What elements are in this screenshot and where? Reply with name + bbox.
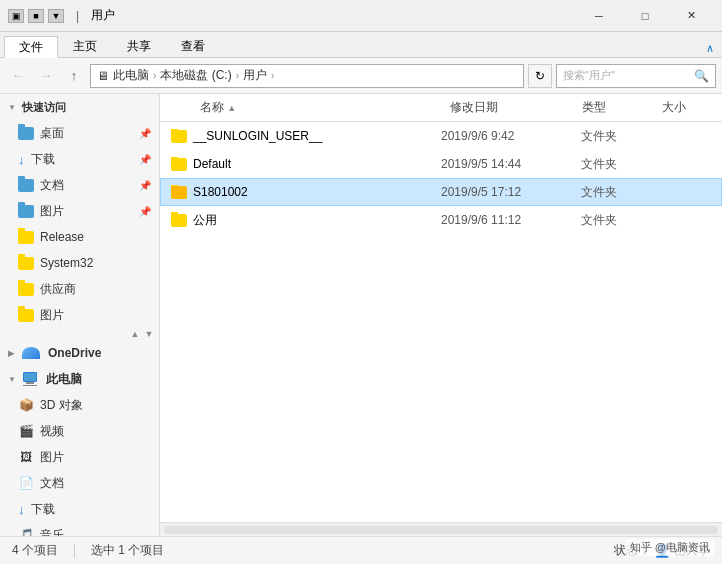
sidebar-label-downloads: 下载 — [31, 151, 55, 168]
refresh-button[interactable]: ↻ — [528, 64, 552, 88]
sidebar-label-documents: 文档 — [40, 177, 64, 194]
file-list-area: 名称 ▲ 修改日期 类型 大小 __SUNLOGIN_USER__ 2019/9… — [160, 94, 722, 536]
title-icon-dropdown[interactable]: ▼ — [48, 9, 64, 23]
pin-icon-pictures: 📌 — [139, 206, 151, 217]
onedrive-header[interactable]: ▶ OneDrive — [0, 340, 159, 366]
maximize-button[interactable]: □ — [622, 0, 668, 32]
onedrive-arrow: ▶ — [8, 349, 18, 358]
sidebar-item-video[interactable]: 🎬 视频 — [0, 418, 159, 444]
sort-arrow: ▲ — [227, 103, 236, 113]
onedrive-label: OneDrive — [48, 346, 101, 360]
sidebar-label-supplier: 供应商 — [40, 281, 76, 298]
minimize-button[interactable]: ─ — [576, 0, 622, 32]
sidebar-label-pc-pictures: 图片 — [40, 449, 64, 466]
search-placeholder: 搜索"用户" — [563, 68, 615, 83]
address-part-disk[interactable]: 本地磁盘 (C:) — [160, 67, 231, 84]
scroll-arrows: ▲ ▼ — [0, 328, 159, 340]
address-part-users[interactable]: 用户 — [243, 67, 267, 84]
tab-file[interactable]: 文件 — [4, 36, 58, 58]
title-icon-2: ■ — [28, 9, 44, 23]
address-part-thispc[interactable]: 此电脑 — [113, 67, 149, 84]
watermark: 知乎 @电脑资讯 — [626, 539, 714, 556]
this-pc-header[interactable]: ▼ 此电脑 — [0, 366, 159, 392]
toolbar: ← → ↑ 🖥 此电脑 › 本地磁盘 (C:) › 用户 › ↻ 搜索"用户" … — [0, 58, 722, 94]
sep3: › — [271, 70, 274, 81]
sidebar-label-desktop: 桌面 — [40, 125, 64, 142]
file-name-s1801002: S1801002 — [161, 185, 441, 199]
sidebar-item-music[interactable]: 🎵 音乐 — [0, 522, 159, 536]
title-bar-icons: ▣ ■ ▼ | 用户 — [8, 7, 115, 24]
back-button[interactable]: ← — [6, 64, 30, 88]
sidebar-item-release[interactable]: Release — [0, 224, 159, 250]
tab-view[interactable]: 查看 — [166, 35, 220, 57]
sidebar-item-pc-pictures[interactable]: 🖼 图片 — [0, 444, 159, 470]
col-header-date[interactable]: 修改日期 — [442, 99, 582, 116]
pc-download-icon: ↓ — [18, 502, 25, 517]
documents-folder-icon — [18, 179, 34, 192]
sidebar-label-music: 音乐 — [40, 527, 64, 537]
pictures2-folder-icon — [18, 309, 34, 322]
sidebar-item-desktop[interactable]: 桌面 📌 — [0, 120, 159, 146]
up-button[interactable]: ↑ — [62, 64, 86, 88]
file-row-default[interactable]: Default 2019/9/5 14:44 文件夹 — [160, 150, 722, 178]
sidebar-label-pc-documents: 文档 — [40, 475, 64, 492]
file-date-public: 2019/9/6 11:12 — [441, 213, 581, 227]
sidebar-label-system32: System32 — [40, 256, 93, 270]
sidebar-label-release: Release — [40, 230, 84, 244]
tab-home[interactable]: 主页 — [58, 35, 112, 57]
sidebar-item-supplier[interactable]: 供应商 — [0, 276, 159, 302]
file-list: __SUNLOGIN_USER__ 2019/9/6 9:42 文件夹 Defa… — [160, 122, 722, 522]
title-controls: ─ □ ✕ — [576, 0, 714, 32]
file-date-sunlogin: 2019/9/6 9:42 — [441, 129, 581, 143]
sidebar-item-pictures[interactable]: 图片 📌 — [0, 198, 159, 224]
forward-button[interactable]: → — [34, 64, 58, 88]
3d-icon: 📦 — [18, 398, 34, 412]
music-icon: 🎵 — [18, 528, 34, 536]
sidebar-item-documents[interactable]: 文档 📌 — [0, 172, 159, 198]
sidebar-label-pc-downloads: 下载 — [31, 501, 55, 518]
video-icon: 🎬 — [18, 424, 34, 438]
sidebar: ▼ 快速访问 桌面 📌 ↓ 下载 📌 文档 📌 图片 📌 Release — [0, 94, 160, 536]
file-row-s1801002[interactable]: S1801002 2019/9/5 17:12 文件夹 — [160, 178, 722, 206]
sidebar-label-3d: 3D 对象 — [40, 397, 83, 414]
sidebar-item-downloads[interactable]: ↓ 下载 📌 — [0, 146, 159, 172]
this-pc-icon — [22, 372, 38, 386]
status-divider-1 — [74, 544, 75, 558]
col-header-name[interactable]: 名称 ▲ — [160, 99, 442, 116]
this-pc-arrow: ▼ — [8, 375, 18, 384]
address-bar[interactable]: 🖥 此电脑 › 本地磁盘 (C:) › 用户 › — [90, 64, 524, 88]
desktop-folder-icon — [18, 127, 34, 140]
file-type-default: 文件夹 — [581, 156, 661, 173]
sep2: › — [236, 70, 239, 81]
main-layout: ▼ 快速访问 桌面 📌 ↓ 下载 📌 文档 📌 图片 📌 Release — [0, 94, 722, 536]
file-row-sunlogin[interactable]: __SUNLOGIN_USER__ 2019/9/6 9:42 文件夹 — [160, 122, 722, 150]
sidebar-item-pictures2[interactable]: 图片 — [0, 302, 159, 328]
file-row-public[interactable]: 公用 2019/9/6 11:12 文件夹 — [160, 206, 722, 234]
folder-icon-public — [171, 214, 187, 227]
sidebar-item-pc-downloads[interactable]: ↓ 下载 — [0, 496, 159, 522]
title-bar: ▣ ■ ▼ | 用户 ─ □ ✕ — [0, 0, 722, 32]
sidebar-item-3d[interactable]: 📦 3D 对象 — [0, 392, 159, 418]
sidebar-item-system32[interactable]: System32 — [0, 250, 159, 276]
collapse-ribbon[interactable]: ∧ — [698, 40, 722, 57]
col-header-size[interactable]: 大小 — [662, 99, 722, 116]
pin-icon-desktop: 📌 — [139, 128, 151, 139]
title-icon-1: ▣ — [8, 9, 24, 23]
ribbon-tabs: 文件 主页 共享 查看 ∧ — [0, 32, 722, 58]
quick-access-header[interactable]: ▼ 快速访问 — [0, 94, 159, 120]
horizontal-scrollbar[interactable] — [160, 522, 722, 536]
release-folder-icon — [18, 231, 34, 244]
col-header-type[interactable]: 类型 — [582, 99, 662, 116]
hscroll-track — [164, 526, 718, 534]
pc-documents-icon: 📄 — [18, 476, 34, 490]
search-bar[interactable]: 搜索"用户" 🔍 — [556, 64, 716, 88]
tab-share[interactable]: 共享 — [112, 35, 166, 57]
scroll-up-arrow[interactable]: ▲ — [129, 328, 141, 340]
sidebar-label-pictures: 图片 — [40, 203, 64, 220]
file-name-sunlogin: __SUNLOGIN_USER__ — [161, 129, 441, 143]
sidebar-item-pc-documents[interactable]: 📄 文档 — [0, 470, 159, 496]
this-pc-label: 此电脑 — [46, 371, 82, 388]
close-button[interactable]: ✕ — [668, 0, 714, 32]
scroll-down-arrow[interactable]: ▼ — [143, 328, 155, 340]
sidebar-label-pictures2: 图片 — [40, 307, 64, 324]
